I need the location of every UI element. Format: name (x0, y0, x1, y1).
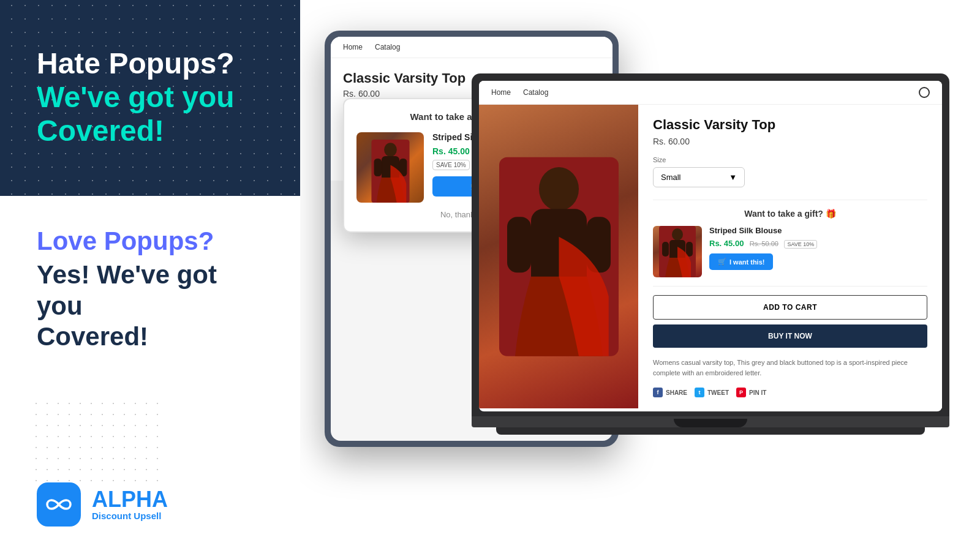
svg-rect-13 (662, 242, 669, 257)
laptop-screen: Home Catalog (479, 81, 942, 411)
upsell-price-old: Rs. 50.00 (750, 240, 778, 247)
laptop-add-to-cart-button[interactable]: ADD TO CART (653, 295, 927, 320)
social-share-area: f SHARE t TWEET P PIN IT (653, 388, 927, 397)
hero-section: Hate Popups? We've got you Covered! (0, 0, 300, 196)
laptop-screen-content: Classic Varsity Top Rs. 60.00 Size Small… (479, 105, 942, 408)
infinity-icon (45, 491, 72, 518)
tablet-nav: Home Catalog (331, 37, 612, 58)
popup-save-badge: SAVE 10% (432, 160, 470, 170)
laptop-buy-now-button[interactable]: BUY IT NOW (653, 324, 927, 348)
logo-area: ALPHA Discount Upsell (37, 482, 270, 527)
tablet-nav-home: Home (343, 43, 363, 51)
svg-rect-8 (507, 217, 531, 272)
upsell-person-silhouette (653, 226, 702, 277)
popup-product-image (356, 132, 424, 203)
laptop-nav-catalog: Catalog (523, 88, 548, 97)
chevron-down-icon: ▼ (729, 173, 737, 182)
upsell-pricing: Rs. 45.00 Rs. 50.00 SAVE 10% (709, 238, 927, 249)
upsell-product-info: Striped Silk Blouse Rs. 45.00 Rs. 50.00 … (709, 226, 927, 270)
facebook-share-button[interactable]: f SHARE (653, 388, 687, 397)
upsell-product-image (653, 226, 702, 277)
person-figure (356, 132, 424, 203)
upsell-section: Want to take a gift? 🎁 (653, 200, 927, 287)
laptop-product-price: Rs. 60.00 (653, 137, 927, 146)
twitter-tweet-button[interactable]: t TWEET (695, 388, 729, 397)
laptop-nav-links: Home Catalog (491, 88, 548, 97)
alpha-logo-icon (37, 482, 81, 527)
love-headline: Love Popups? (37, 227, 270, 256)
cart-icon: 🛒 (718, 258, 726, 266)
upsell-title: Want to take a gift? 🎁 (653, 209, 927, 219)
search-icon[interactable] (919, 87, 930, 98)
laptop-body: Home Catalog (472, 73, 949, 416)
upsell-save-badge: SAVE 10% (784, 240, 817, 249)
twitter-icon: t (695, 388, 704, 397)
right-panel: Home Catalog Classic Varsity Top Rs. 60.… (300, 0, 980, 551)
laptop-size-select[interactable]: Small ▼ (653, 167, 745, 187)
popup-price-new: Rs. 45.00 (432, 146, 470, 156)
love-section: Love Popups? Yes! We've got you Covered!… (0, 196, 300, 551)
pinterest-pin-button[interactable]: P PIN IT (736, 388, 766, 397)
laptop-base (472, 416, 949, 427)
upsell-price-new: Rs. 45.00 (709, 239, 744, 248)
laptop-product-info: Classic Varsity Top Rs. 60.00 Size Small… (638, 105, 942, 408)
laptop-foot (496, 427, 925, 435)
laptop-product-title: Classic Varsity Top (653, 117, 927, 133)
laptop-product-image (479, 105, 638, 408)
svg-rect-14 (686, 242, 693, 257)
laptop-nav: Home Catalog (479, 81, 942, 105)
laptop-mockup: Home Catalog (472, 73, 949, 490)
laptop-person-silhouette (499, 120, 619, 393)
person-silhouette (367, 140, 414, 203)
hate-headline: Hate Popups? (37, 48, 270, 80)
logo-text: ALPHA Discount Upsell (92, 489, 168, 521)
svg-point-11 (672, 228, 683, 241)
gray-dots-pattern (31, 398, 165, 490)
covered-headline-cyan: We've got you Covered! (37, 80, 270, 148)
upsell-product: Striped Silk Blouse Rs. 45.00 Rs. 50.00 … (653, 226, 927, 277)
upsell-want-button[interactable]: 🛒 I want this! (709, 253, 773, 270)
tablet-nav-catalog: Catalog (375, 43, 400, 51)
upsell-product-name: Striped Silk Blouse (709, 226, 927, 235)
svg-rect-3 (374, 159, 381, 176)
left-panel: Hate Popups? We've got you Covered! Love… (0, 0, 300, 551)
laptop-notch (674, 419, 747, 427)
pinterest-icon: P (736, 388, 746, 397)
laptop-product-description: Womens casual varsity top, This grey and… (653, 358, 927, 378)
laptop-product-image-area (479, 105, 638, 408)
svg-point-6 (539, 167, 579, 211)
yes-headline: Yes! We've got you Covered! (37, 260, 270, 352)
laptop-size-label: Size (653, 156, 927, 163)
logo-subtitle: Discount Upsell (92, 511, 168, 521)
svg-point-1 (384, 143, 397, 157)
logo-name: ALPHA (92, 489, 168, 511)
laptop-nav-home: Home (491, 88, 511, 97)
facebook-icon: f (653, 388, 663, 397)
